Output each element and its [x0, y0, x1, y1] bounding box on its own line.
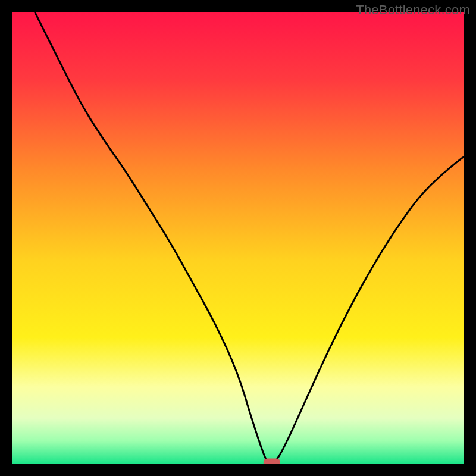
chart-frame: TheBottleneck.com: [0, 0, 476, 476]
gradient-background: [12, 12, 464, 464]
bottleneck-chart: [12, 12, 464, 464]
watermark-label: TheBottleneck.com: [356, 2, 470, 18]
optimum-marker: [264, 459, 280, 464]
plot-area: [12, 12, 464, 464]
